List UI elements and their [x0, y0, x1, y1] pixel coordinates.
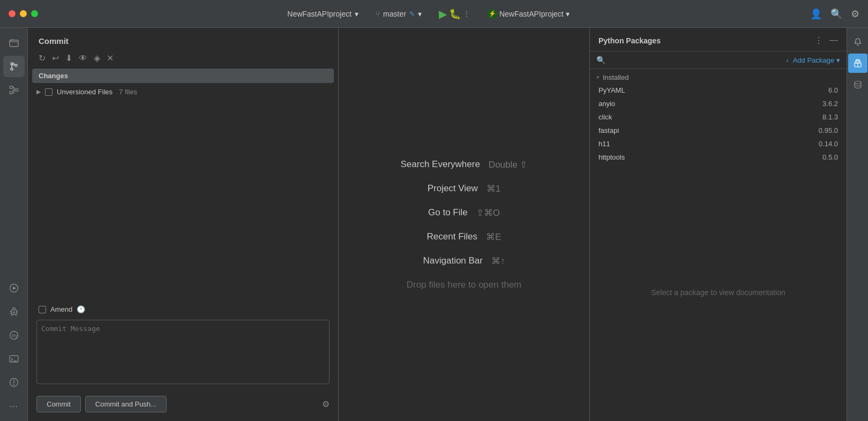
shortcut-project-view: Project View ⌘1: [428, 183, 501, 194]
commit-actions: Commit Commit and Push... ⚙: [28, 390, 338, 421]
refresh-icon[interactable]: ↻: [39, 53, 46, 63]
search-icon[interactable]: 🔍: [830, 8, 842, 20]
svg-rect-4: [10, 86, 13, 88]
svg-point-2: [11, 68, 13, 70]
svg-rect-6: [15, 89, 18, 91]
search-everywhere-shortcut: Double ⇧: [489, 159, 528, 170]
python-panel-title: Python Packages: [598, 36, 814, 45]
drop-files-label: Drop files here to open them: [407, 280, 522, 290]
python-panel-minimize-icon[interactable]: —: [829, 35, 838, 46]
run-sidebar-icon: [9, 283, 19, 293]
package-doc-placeholder: Select a package to view documentation: [590, 164, 847, 421]
project-selector[interactable]: NewFastAPIproject ▾: [287, 10, 358, 18]
package-version: 0.14.0: [819, 140, 838, 148]
svg-rect-0: [10, 40, 18, 47]
search-everywhere-label: Search Everywhere: [401, 159, 480, 170]
traffic-lights: [9, 10, 38, 17]
commit-panel-title: Commit: [28, 28, 338, 50]
run-indicator: ⚡: [488, 9, 497, 19]
close-icon[interactable]: ✕: [107, 53, 114, 63]
main-layout: Py ··· Commit ↻ ↩ ⬇ 👁: [0, 28, 868, 421]
package-name: h11: [598, 140, 819, 148]
package-version: 6.0: [828, 86, 838, 94]
sidebar-item-git[interactable]: [3, 56, 25, 77]
right-icon-bar: [847, 28, 868, 421]
commit-settings-icon[interactable]: ⚙: [322, 399, 330, 409]
project-view-shortcut: ⌘1: [487, 183, 500, 194]
python-search-bar: 🔍 › Add Package ▾: [590, 51, 847, 69]
close-button[interactable]: [9, 10, 16, 17]
python-panel-header: Python Packages ⋮ —: [590, 28, 847, 51]
add-package-button[interactable]: Add Package ▾: [793, 56, 840, 64]
package-row[interactable]: httptools0.5.0: [594, 151, 842, 164]
download-icon[interactable]: ⬇: [65, 53, 72, 63]
sidebar-item-debug[interactable]: [3, 301, 25, 322]
package-row[interactable]: PyYAML6.0: [594, 84, 842, 97]
minimize-button[interactable]: [20, 10, 27, 17]
amend-label: Amend: [50, 305, 72, 313]
unversioned-checkbox[interactable]: [45, 88, 53, 96]
commit-and-push-button[interactable]: Commit and Push...: [85, 396, 167, 412]
package-name: fastapi: [598, 126, 819, 134]
run-project-dropdown: ▾: [566, 10, 570, 18]
sidebar-item-problems[interactable]: [3, 372, 25, 393]
installed-chevron-icon: ▾: [596, 74, 600, 81]
right-icon-db[interactable]: [848, 75, 867, 94]
package-row[interactable]: anyio3.6.2: [594, 97, 842, 110]
file-count: 7 files: [119, 88, 137, 96]
center-area: Search Everywhere Double ⇧ Project View …: [339, 28, 589, 421]
navigation-bar-shortcut: ⌘↑: [491, 255, 505, 267]
python-search-icon: 🔍: [596, 56, 605, 64]
account-icon[interactable]: 👤: [810, 8, 822, 20]
package-row[interactable]: click8.1.3: [594, 110, 842, 124]
sidebar-item-terminal[interactable]: [3, 348, 25, 370]
branch-selector[interactable]: ⑂ master ✎ ▾: [376, 10, 422, 18]
project-name: NewFastAPIproject: [287, 10, 351, 18]
clock-icon: 🕐: [77, 305, 85, 313]
commit-message-textarea[interactable]: [36, 320, 330, 384]
titlebar: NewFastAPIproject ▾ ⑂ master ✎ ▾ ▶ 🐛 ⋮ ⚡…: [0, 0, 868, 28]
unversioned-row[interactable]: ▶ Unversioned Files 7 files: [32, 85, 334, 99]
branch-icon: ⑂: [376, 10, 380, 18]
package-version: 3.6.2: [822, 100, 838, 108]
svg-rect-5: [10, 92, 13, 94]
chevron-right-icon: ▶: [36, 88, 41, 95]
more-icon[interactable]: ⋮: [463, 10, 470, 18]
sidebar-item-structure[interactable]: [3, 79, 25, 101]
commit-panel: Commit ↻ ↩ ⬇ 👁 ◈ ✕ Changes ▶ Unversioned…: [28, 28, 339, 421]
python-search-input[interactable]: [610, 56, 782, 64]
sidebar-item-folder[interactable]: [3, 32, 25, 54]
preview-icon[interactable]: 👁: [79, 54, 87, 63]
sidebar-item-more[interactable]: ···: [3, 395, 25, 417]
sidebar-item-python[interactable]: Py: [3, 325, 25, 346]
git-icon: [9, 62, 19, 71]
python-panel-more-icon[interactable]: ⋮: [814, 35, 823, 46]
go-to-file-label: Go to File: [428, 207, 468, 218]
right-icon-packages[interactable]: [848, 54, 867, 73]
titlebar-center: NewFastAPIproject ▾ ⑂ master ✎ ▾ ▶ 🐛 ⋮ ⚡…: [47, 7, 810, 20]
shortcut-recent-files: Recent Files ⌘E: [427, 231, 502, 243]
svg-point-18: [855, 81, 861, 84]
undo-icon[interactable]: ↩: [52, 53, 59, 63]
sidebar-item-run[interactable]: [3, 277, 25, 299]
changes-header: Changes: [32, 69, 334, 83]
package-row[interactable]: fastapi0.95.0: [594, 124, 842, 137]
diff-icon[interactable]: ◈: [94, 53, 100, 63]
run-icon[interactable]: ▶: [439, 7, 447, 20]
database-icon: [854, 80, 862, 89]
right-icon-notifications[interactable]: [848, 32, 867, 51]
package-name: httptools: [598, 153, 822, 161]
package-row[interactable]: h110.14.0: [594, 137, 842, 151]
debug-sidebar-icon: [9, 307, 19, 317]
settings-icon[interactable]: ⚙: [851, 8, 859, 20]
commit-button[interactable]: Commit: [36, 396, 81, 412]
amend-row: Amend 🕐: [28, 301, 338, 318]
debug-icon[interactable]: 🐛: [449, 8, 461, 20]
add-package-label: Add Package: [793, 56, 834, 64]
amend-checkbox[interactable]: [39, 306, 46, 313]
package-version: 0.5.0: [822, 153, 838, 161]
installed-header: ▾ Installed: [590, 69, 847, 84]
package-list: PyYAML6.0anyio3.6.2click8.1.3fastapi0.95…: [590, 84, 847, 164]
installed-label: Installed: [603, 73, 628, 81]
maximize-button[interactable]: [31, 10, 38, 17]
